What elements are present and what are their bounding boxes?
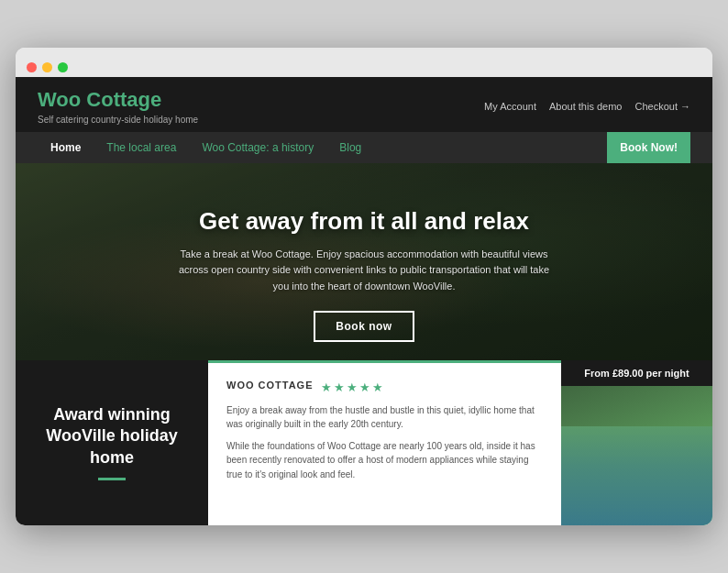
site-logo: Woo Cottage Self catering country-side h… [38, 88, 198, 124]
hero-section: Get away from it all and relax Take a br… [16, 163, 712, 360]
close-dot[interactable] [27, 62, 37, 72]
maximize-dot[interactable] [58, 62, 68, 72]
site-nav: Home The local area Woo Cottage: a histo… [16, 132, 712, 163]
website: Woo Cottage Self catering country-side h… [16, 77, 712, 524]
header-top: Woo Cottage Self catering country-side h… [16, 77, 712, 131]
card-header: WOO COTTAGE ★ ★ ★ ★ ★ [226, 380, 543, 396]
browser-window: Woo Cottage Self catering country-side h… [16, 48, 712, 524]
hero-title: Get away from it all and relax [16, 207, 712, 236]
card-label: WOO COTTAGE [226, 380, 314, 391]
award-title: Award winning WooVille holiday home [34, 404, 190, 468]
hero-content: Get away from it all and relax Take a br… [16, 163, 712, 343]
checkout-link[interactable]: Checkout → [634, 101, 690, 112]
header-links: My Account About this demo Checkout → [484, 101, 690, 112]
nav-home[interactable]: Home [38, 132, 94, 163]
price-badge: From £89.00 per night [561, 360, 712, 386]
hero-subtitle: Take a break at Woo Cottage. Enjoy spaci… [171, 247, 557, 295]
nav-local-area[interactable]: The local area [94, 132, 189, 163]
card-stars: ★ ★ ★ ★ ★ [321, 380, 383, 394]
landscape-panel: From £89.00 per night [561, 360, 712, 525]
minimize-dot[interactable] [42, 62, 52, 72]
my-account-link[interactable]: My Account [484, 101, 536, 112]
about-demo-link[interactable]: About this demo [549, 101, 623, 112]
lake-image [561, 426, 712, 525]
award-panel: Award winning WooVille holiday home [16, 360, 208, 525]
site-header: Woo Cottage Self catering country-side h… [16, 77, 712, 162]
nav-history[interactable]: Woo Cottage: a history [189, 132, 326, 163]
logo-tagline: Self catering country-side holiday home [38, 115, 198, 125]
star-2: ★ [334, 380, 345, 394]
card-text-1: Enjoy a break away from the hustle and b… [226, 403, 543, 432]
award-divider [98, 478, 126, 480]
star-4: ★ [359, 380, 370, 394]
card-text-2: While the foundations of Woo Cottage are… [226, 439, 543, 482]
star-5: ★ [372, 380, 383, 394]
nav-blog[interactable]: Blog [326, 132, 374, 163]
cottage-card: WOO COTTAGE ★ ★ ★ ★ ★ Enjoy a break away… [208, 360, 561, 525]
nav-book-now[interactable]: Book Now! [607, 132, 690, 163]
book-now-button[interactable]: Book now [314, 311, 414, 342]
logo-name[interactable]: Woo Cottage [38, 88, 198, 112]
star-3: ★ [347, 380, 358, 394]
star-1: ★ [321, 380, 332, 394]
bottom-section: Award winning WooVille holiday home WOO … [16, 360, 712, 525]
browser-chrome [16, 48, 712, 77]
